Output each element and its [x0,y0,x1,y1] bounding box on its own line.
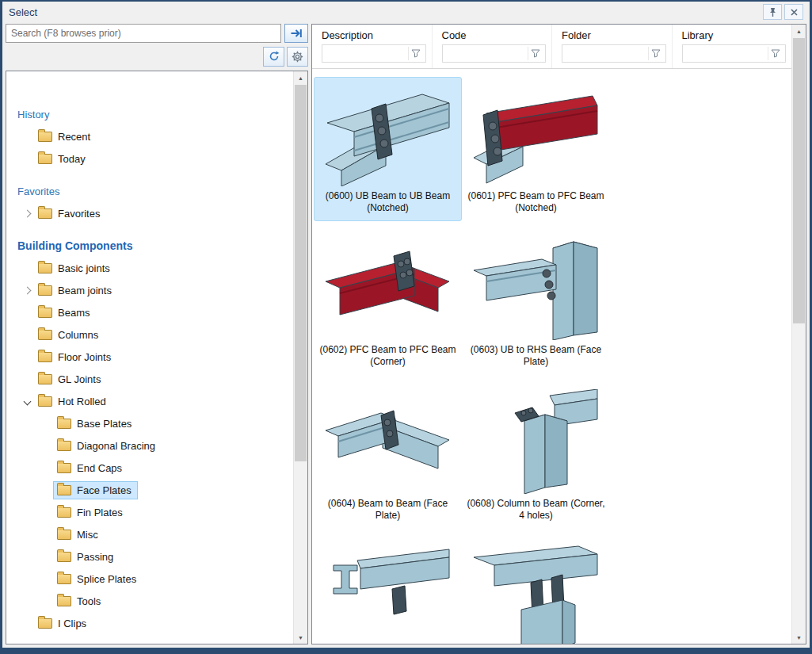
tree-item-label: Tools [77,595,101,607]
tree-item-label: Beams [58,307,90,319]
folder-icon [57,419,71,429]
tree-item-face-plates[interactable]: Face Plates [13,479,293,501]
tree-item-recent[interactable]: Recent [13,125,293,147]
column-label: Code [442,29,547,41]
tree-item-label: GL Joints [58,373,101,385]
close-button[interactable] [784,4,803,20]
tree-scroll-thumb[interactable] [295,85,307,461]
thumbnail-0602-image [326,235,451,340]
column-headers: Description Code F [312,25,791,69]
tree-item-floor-joints[interactable]: Floor Joints [13,346,293,368]
tree-item-passing[interactable]: Passing [13,545,293,568]
grid-scroll-thumb[interactable] [793,38,805,323]
pin-icon [768,7,778,17]
tree-item-label: Splice Plates [77,573,136,585]
expand-toggle[interactable] [21,288,34,293]
component-tile-0604[interactable]: (0604) Beam to Beam (Face Plate) [314,384,462,529]
close-icon [790,8,799,17]
chevron-down-icon [24,397,32,405]
tree-item-end-caps[interactable]: End Caps [13,457,293,479]
component-browser: Description Code F [311,24,806,644]
folder-icon [38,618,52,629]
tree-section-favorites[interactable]: Favorites [13,180,293,202]
tree-item-label: Hot Rolled [58,396,106,407]
settings-button[interactable] [287,47,308,67]
filter-button[interactable] [528,47,543,60]
component-tile-0603[interactable]: (0603) UB to RHS Beam (Face Plate) [462,231,610,375]
tree-item-label: End Caps [77,462,122,474]
scroll-down-icon[interactable]: ▼ [792,631,806,644]
tree-section-building-components[interactable]: Building Components [13,235,293,257]
folder-icon [38,396,52,407]
scroll-down-icon[interactable]: ▼ [294,631,307,644]
code-filter-input[interactable] [442,44,547,63]
component-tile-0602[interactable]: (0602) PFC Beam to PFC Beam (Corner) [314,231,462,375]
titlebar[interactable]: Select [2,2,810,22]
refresh-button[interactable] [263,47,284,67]
folder-icon [38,132,52,142]
component-tile-0601[interactable]: (0601) PFC Beam to PFC Beam (Notched) [462,77,610,221]
column-library[interactable]: Library [672,25,792,68]
scroll-up-icon[interactable]: ▲ [294,71,307,84]
folder-icon [57,441,71,451]
tree-item-favorites[interactable]: Favorites [13,202,293,224]
filter-button[interactable] [768,47,783,60]
filter-button[interactable] [648,47,663,60]
tree-item-diagonal-bracing[interactable]: Diagonal Bracing [13,434,293,457]
tree-section-history[interactable]: History [13,103,293,125]
folder-icon [57,552,71,562]
folder-icon [38,154,52,164]
tree-item-beam-joints[interactable]: Beam joints [13,279,293,301]
tree-item-label: Recent [58,131,90,143]
folder-icon [57,463,71,473]
component-caption: (0602) PFC Beam to PFC Beam (Corner) [318,344,458,369]
collapse-toggle[interactable] [21,399,34,404]
filter-button[interactable] [408,47,423,60]
tree-item-gl-joints[interactable]: GL Joints [13,368,293,390]
tree-item-today[interactable]: Today [13,147,293,170]
tree-item-misc[interactable]: Misc [13,523,293,545]
tree-item-hot-rolled[interactable]: Hot Rolled [13,390,293,412]
component-tile-0608[interactable]: (0608) Column to Beam (Corner, 4 holes) [462,384,610,529]
tree-item-splice-plates[interactable]: Splice Plates [13,568,293,590]
scroll-up-icon[interactable]: ▲ [792,25,806,37]
tree-item-label: Base Plates [77,418,132,430]
folder-icon [57,596,71,606]
tree-item-base-plates[interactable]: Base Plates [13,412,293,434]
folder-icon [57,507,71,518]
tree-item-label: Face Plates [77,484,132,496]
folder-icon [38,374,52,384]
folder-icon [38,352,52,362]
tree-item-label: Basic joints [58,262,110,274]
pin-button[interactable] [763,4,782,20]
folder-icon [38,285,52,296]
library-filter-input[interactable] [682,44,787,63]
tree-section-label: Favorites [17,185,59,197]
grid-scrollbar[interactable]: ▲ ▼ [791,25,806,644]
funnel-icon [531,49,540,58]
search-go-button[interactable] [284,24,308,43]
funnel-icon [651,49,661,58]
component-tile-partial-1[interactable] [314,538,462,644]
thumbnail-0600-image [326,82,451,186]
tree-item-label: Misc [77,529,98,541]
tree-item-fin-plates[interactable]: Fin Plates [13,501,293,523]
component-caption: (0601) PFC Beam to PFC Beam (Notched) [467,190,606,216]
component-tile-partial-2[interactable] [462,538,610,644]
tree-scrollbar[interactable]: ▲ ▼ [293,71,307,644]
folder-icon [57,485,71,495]
tree-item-i-clips[interactable]: I Clips [13,612,293,634]
folder-filter-input[interactable] [562,44,666,63]
component-tile-0600[interactable]: (0600) UB Beam to UB Beam (Notched) [314,77,462,221]
column-code[interactable]: Code [432,25,552,68]
expand-toggle[interactable] [21,211,34,216]
tree-item-basic-joints[interactable]: Basic joints [13,257,293,279]
column-folder[interactable]: Folder [551,25,672,68]
column-description[interactable]: Description [312,25,432,68]
search-input[interactable] [6,24,281,43]
tree-item-tools[interactable]: Tools [13,590,293,612]
tree-item-columns[interactable]: Columns [13,323,293,346]
tree-item-beams[interactable]: Beams [13,301,293,323]
description-filter-input[interactable] [322,44,426,63]
tree-section-label: History [17,109,49,120]
